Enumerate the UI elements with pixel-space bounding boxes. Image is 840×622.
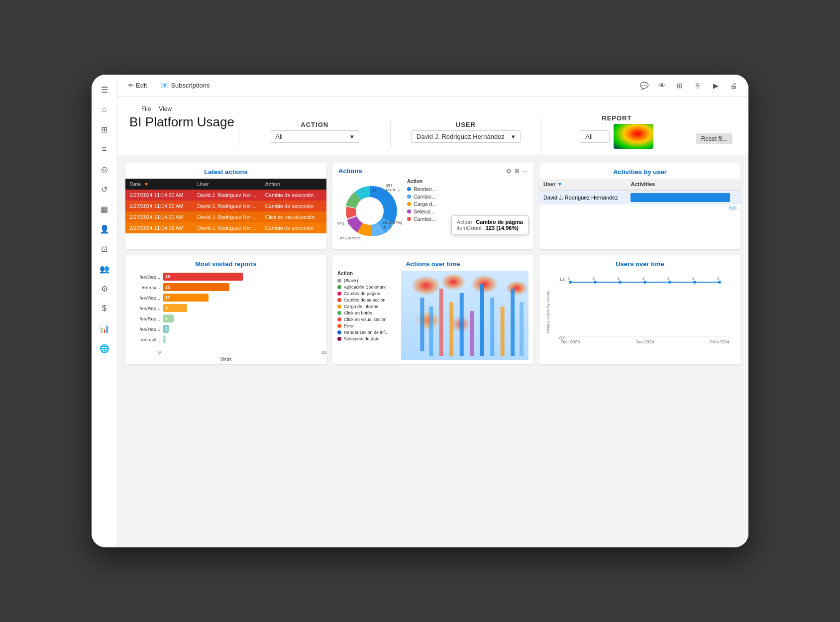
expand-icon[interactable]: ⊞ bbox=[515, 168, 520, 175]
user-cell: David J. Rodriguez Hernández bbox=[193, 201, 261, 211]
legend-dot bbox=[337, 324, 341, 328]
topbar: ✏ Edit 📧 Subscriptions 💬 👁 ⊞ ⎘ ▶ 🖨 bbox=[117, 75, 748, 97]
sidebar-gear-icon[interactable]: ⚙ bbox=[96, 280, 113, 298]
sidebar-analytics-icon[interactable]: ⊞ bbox=[96, 120, 113, 138]
legend-item: Cambio... bbox=[407, 194, 436, 200]
latest-actions-card: Latest actions Date ▼ User Action 1/23/2… bbox=[125, 163, 326, 249]
bar-label: /en-us/... bbox=[130, 285, 160, 290]
table-row[interactable]: David J. Rodriguez Hernández bbox=[539, 190, 740, 205]
svg-rect-8 bbox=[480, 284, 484, 356]
latest-actions-title: Latest actions bbox=[125, 163, 326, 179]
user-cell: David J. Rodriguez Hernández bbox=[539, 190, 627, 205]
share-icon[interactable]: ⎘ bbox=[691, 79, 705, 93]
activities-by-user-card: Activities by user User ▼ Activities Dav… bbox=[539, 163, 740, 249]
sidebar-person-icon[interactable]: 👤 bbox=[96, 220, 113, 238]
bar-fill: 9 bbox=[163, 304, 187, 312]
sidebar-target-icon[interactable]: ◎ bbox=[96, 160, 113, 178]
table-row[interactable]: 2/23/2024 11:14:20 AMDavid J. Rodriguez … bbox=[125, 211, 326, 222]
report-filter-label: REPORT bbox=[602, 114, 631, 122]
legend-dot bbox=[337, 292, 341, 296]
table-row[interactable]: 2/23/2024 11:14:16 AMDavid J. Rodriguez … bbox=[125, 222, 326, 233]
most-visited-reports-card: Most visited reports /en/Rep... 30 /en-u… bbox=[125, 255, 326, 364]
bookmark-icon[interactable]: ⊞ bbox=[673, 79, 687, 93]
user-cell: David J. Rodriguez Hernández bbox=[193, 211, 261, 222]
legend-dot bbox=[337, 285, 341, 289]
svg-point-1 bbox=[356, 197, 384, 225]
activity-bar-cell bbox=[627, 190, 740, 205]
legend-dot bbox=[337, 337, 341, 341]
pie-title: Actions bbox=[338, 167, 362, 175]
action-filter-label: ACTION bbox=[301, 121, 328, 128]
sidebar-users-icon[interactable]: 👥 bbox=[96, 260, 113, 278]
svg-text:Jan 2024: Jan 2024 bbox=[635, 339, 654, 344]
table-row[interactable]: 1/23/2024 11:14:20 AMDavid J. Rodriguez … bbox=[125, 201, 326, 211]
file-menu[interactable]: File bbox=[141, 105, 151, 112]
bar-fill: 25 bbox=[163, 283, 229, 291]
more-icon[interactable]: ··· bbox=[523, 168, 527, 175]
action-cell: Cambio de selección bbox=[261, 201, 327, 211]
subscriptions-icon: 📧 bbox=[161, 82, 169, 89]
svg-text:1.0: 1.0 bbox=[559, 277, 566, 282]
action-filter-select[interactable]: All ▾ bbox=[270, 130, 359, 143]
sidebar-chart-icon[interactable]: 📊 bbox=[96, 319, 113, 337]
menu-row: File View bbox=[129, 104, 184, 113]
svg-text:Feb 2024: Feb 2024 bbox=[710, 339, 729, 344]
legend-dot bbox=[407, 209, 411, 213]
bar-row: /en/Rep... 30 bbox=[130, 273, 321, 281]
date-cell: 2/23/2024 11:14:20 AM bbox=[125, 211, 193, 222]
line-chart-area: 1.0 0.0 bbox=[539, 271, 740, 360]
legend-dot bbox=[407, 202, 411, 206]
date-cell: 1/23/2024 11:14:20 AM bbox=[125, 190, 193, 201]
reset-filters-button[interactable]: Reset fil... bbox=[696, 133, 733, 144]
dashboard-grid: Latest actions Date ▼ User Action 1/23/2… bbox=[117, 155, 748, 372]
svg-text:Dec 2023: Dec 2023 bbox=[561, 339, 580, 344]
filter-icon[interactable]: ⚙ bbox=[506, 168, 512, 175]
view-icon[interactable]: 👁 bbox=[655, 79, 669, 93]
action-cell: Cambio de selección bbox=[261, 222, 327, 233]
report-filter-select[interactable]: All bbox=[580, 130, 610, 143]
header-section: File View BI Platform Usage ACTION All ▾ bbox=[117, 97, 748, 155]
users-time-title: Users over time bbox=[539, 255, 740, 271]
page-title: BI Platform Usage bbox=[129, 114, 239, 136]
sidebar-globe-icon[interactable]: 🌐 bbox=[96, 339, 113, 357]
legend-item: Carga d... bbox=[407, 201, 436, 207]
actions-legend-item: Selección de dato bbox=[337, 336, 397, 341]
filters-row: ACTION All ▾ USER David J. Rodriguez Her… bbox=[239, 114, 736, 155]
user-filter-select[interactable]: David J. Rodriguez Hernández ▾ bbox=[411, 130, 521, 143]
subscriptions-button[interactable]: 📧 Subscriptions bbox=[158, 80, 212, 91]
pie-legend: Action Renderi...Cambio...Carga d...Sele… bbox=[407, 179, 436, 223]
view-menu[interactable]: View bbox=[159, 105, 172, 112]
date-cell: 1/23/2024 11:14:20 AM bbox=[125, 201, 193, 211]
svg-rect-4 bbox=[439, 289, 443, 356]
sidebar-dollar-icon[interactable]: $ bbox=[96, 300, 113, 317]
sidebar-app-icon[interactable]: ⊡ bbox=[96, 240, 113, 258]
legend-item: Cambio... bbox=[407, 216, 436, 222]
svg-text:1: 1 bbox=[618, 276, 620, 281]
bar-fill: 30 bbox=[163, 273, 243, 281]
pie-chart-svg bbox=[337, 179, 402, 243]
user-filter-label: USER bbox=[456, 121, 476, 128]
pie-tooltip: Action Cambio de página itemCount 123 (1… bbox=[451, 215, 528, 234]
actions-legend-item: Error bbox=[337, 323, 397, 328]
bar-row: /en/Rep... 4 bbox=[130, 314, 321, 322]
action-cell: Cambio de selección bbox=[261, 190, 327, 201]
chevron-down-icon: ▾ bbox=[512, 133, 515, 140]
bar-row: /en/Rep... 2 bbox=[130, 325, 321, 333]
sidebar-list-icon[interactable]: ≡ bbox=[96, 140, 113, 158]
edit-button[interactable]: ✏ Edit bbox=[125, 80, 150, 91]
svg-point-19 bbox=[619, 281, 622, 284]
sidebar-history-icon[interactable]: ↺ bbox=[96, 180, 113, 198]
comment-icon[interactable]: 💬 bbox=[637, 79, 651, 93]
sidebar-home-icon[interactable]: ⌂ bbox=[96, 101, 113, 118]
sidebar-table-icon[interactable]: ▦ bbox=[96, 200, 113, 218]
svg-text:1: 1 bbox=[642, 276, 645, 281]
print-icon[interactable]: 🖨 bbox=[727, 79, 740, 93]
legend-dot bbox=[337, 330, 341, 334]
report-filter-group: REPORT All bbox=[541, 114, 692, 155]
sidebar-menu-icon[interactable]: ☰ bbox=[96, 81, 113, 99]
svg-rect-10 bbox=[501, 307, 505, 356]
svg-rect-9 bbox=[490, 298, 494, 356]
table-row[interactable]: 1/23/2024 11:14:20 AMDavid J. Rodriguez … bbox=[125, 190, 326, 201]
svg-rect-6 bbox=[460, 293, 464, 356]
present-icon[interactable]: ▶ bbox=[709, 79, 723, 93]
